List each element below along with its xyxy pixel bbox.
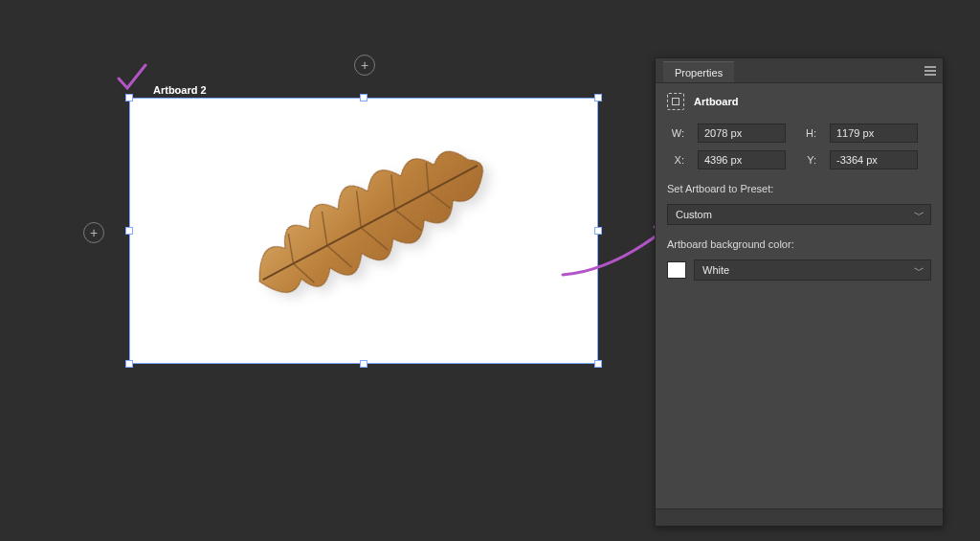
add-artboard-left-button[interactable]: + [83,222,104,243]
bg-color-swatch[interactable] [667,261,686,279]
chevron-down-icon: ﹀ [914,208,924,222]
artboard-content-image [193,62,546,383]
height-field[interactable] [830,124,918,143]
panel-menu-button[interactable] [924,58,937,82]
bg-color-select[interactable]: White ﹀ [694,259,931,281]
plus-icon: + [361,58,368,72]
bg-color-label: Artboard background color: [667,238,931,250]
x-label: X: [667,154,684,166]
annotation-checkmark-icon [113,59,151,98]
panel-tabs: Properties [656,58,943,83]
preset-label: Set Artboard to Preset: [667,183,931,194]
resize-handle[interactable] [360,360,368,368]
artboard-icon [667,93,684,110]
leaf-icon [193,62,546,383]
resize-handle[interactable] [594,94,602,101]
add-artboard-top-button[interactable]: + [354,55,375,76]
properties-panel: ◂◂ ✕ Properties Artboard W: H: X: Y: [655,57,944,527]
resize-handle[interactable] [125,94,133,101]
preset-value: Custom [676,209,712,220]
resize-handle[interactable] [125,360,133,368]
resize-handle[interactable] [594,227,602,235]
resize-handle[interactable] [594,360,602,368]
chevron-down-icon: ﹀ [914,263,924,278]
width-field[interactable] [698,124,786,143]
selected-object-row: Artboard [667,93,931,110]
hamburger-icon [924,65,937,77]
plus-icon: + [90,226,98,239]
artboard[interactable] [129,98,598,364]
height-label: H: [799,127,816,139]
resize-handle[interactable] [125,227,133,235]
preset-select[interactable]: Custom ﹀ [667,204,931,225]
y-field[interactable] [830,150,918,169]
bg-color-value: White [702,264,729,276]
x-field[interactable] [698,150,786,169]
artboard-label[interactable]: Artboard 2 [153,84,207,96]
tab-properties[interactable]: Properties [663,61,734,82]
panel-footer [656,508,943,526]
panel-body: Artboard W: H: X: Y: Set Artboard to Pre… [656,83,943,508]
dimension-grid: W: H: X: Y: [667,124,931,169]
y-label: Y: [799,154,816,166]
resize-handle[interactable] [360,94,368,101]
selected-object-name: Artboard [694,96,738,107]
width-label: W: [667,127,684,139]
tab-label: Properties [675,67,723,79]
